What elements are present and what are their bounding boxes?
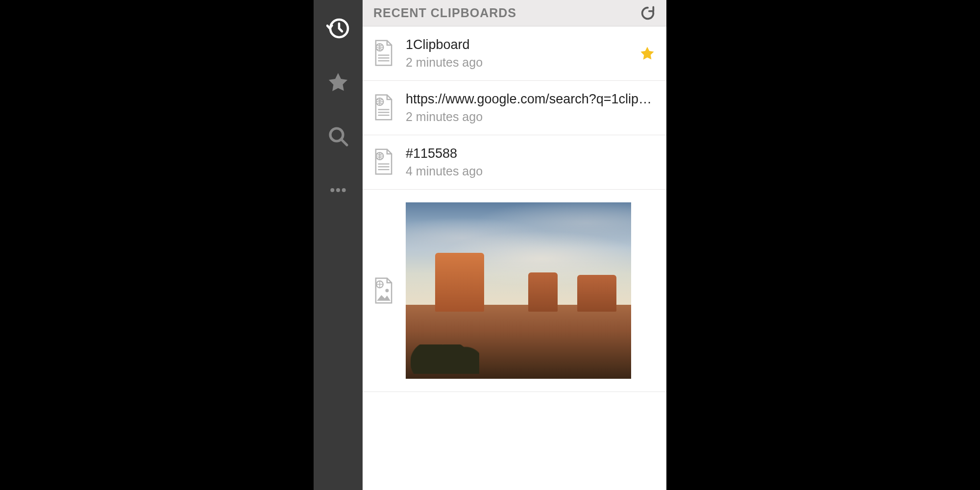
clip-item-body: [406, 200, 656, 381]
clip-item-image[interactable]: [363, 190, 666, 392]
sidebar-item-more[interactable]: [324, 176, 352, 204]
panel-header: RECENT CLIPBOARDS: [363, 0, 666, 26]
sidebar: [314, 0, 363, 490]
refresh-button[interactable]: [638, 3, 658, 23]
more-icon: [328, 180, 348, 200]
svg-point-3: [330, 188, 334, 192]
clip-item[interactable]: 1Clipboard 2 minutes ago: [363, 26, 666, 81]
sidebar-item-search[interactable]: [324, 122, 352, 150]
sidebar-item-favorites[interactable]: [324, 69, 352, 96]
svg-line-2: [342, 140, 347, 145]
clip-time: 2 minutes ago: [406, 55, 629, 70]
search-icon: [326, 124, 350, 148]
refresh-icon: [639, 5, 656, 22]
clip-image-thumbnail: [406, 202, 631, 379]
sidebar-item-history[interactable]: [324, 15, 352, 42]
clip-time: 2 minutes ago: [406, 110, 656, 124]
history-icon: [326, 17, 350, 40]
clip-item-body: https://www.google.com/search?q=1clip… 2…: [406, 92, 656, 124]
panel-title: RECENT CLIPBOARDS: [373, 6, 638, 20]
favorite-star-icon[interactable]: [639, 45, 656, 62]
clip-item-body: 1Clipboard 2 minutes ago: [406, 37, 629, 70]
clip-title: https://www.google.com/search?q=1clip…: [406, 92, 656, 107]
clip-item[interactable]: #115588 4 minutes ago: [363, 135, 666, 190]
svg-point-19: [385, 289, 389, 293]
svg-point-4: [336, 188, 340, 192]
clip-time: 4 minutes ago: [406, 164, 656, 178]
svg-point-5: [342, 188, 346, 192]
clip-title: #115588: [406, 146, 656, 161]
clip-title: 1Clipboard: [406, 37, 629, 52]
web-image-document-icon: [371, 277, 396, 304]
web-document-icon: [371, 146, 396, 175]
clip-item-body: #115588 4 minutes ago: [406, 146, 656, 178]
main-panel: RECENT CLIPBOARDS: [363, 0, 666, 490]
clip-item[interactable]: https://www.google.com/search?q=1clip… 2…: [363, 81, 666, 135]
web-document-icon: [371, 92, 396, 121]
clip-list: 1Clipboard 2 minutes ago: [363, 26, 666, 490]
web-document-icon: [371, 37, 396, 67]
clipboard-app-window: RECENT CLIPBOARDS: [314, 0, 666, 490]
star-icon: [326, 71, 350, 94]
